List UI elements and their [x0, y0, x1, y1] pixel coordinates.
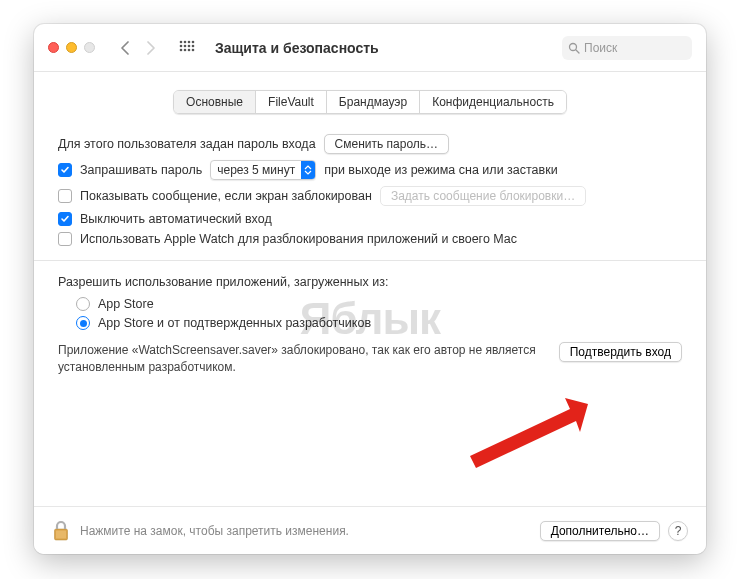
- radio-app-store-identified-label: App Store и от подтвержденных разработчи…: [98, 316, 371, 330]
- search-input[interactable]: Поиск: [562, 36, 692, 60]
- traffic-lights: [48, 42, 95, 53]
- help-button[interactable]: ?: [668, 521, 688, 541]
- lock-icon[interactable]: [52, 520, 70, 542]
- svg-point-5: [184, 44, 187, 47]
- change-password-button[interactable]: Сменить пароль…: [324, 134, 450, 154]
- open-anyway-button[interactable]: Подтвердить вход: [559, 342, 682, 362]
- svg-point-3: [192, 40, 195, 43]
- advanced-button[interactable]: Дополнительно…: [540, 521, 660, 541]
- apple-watch-checkbox[interactable]: [58, 232, 72, 246]
- maximize-window-button: [84, 42, 95, 53]
- forward-button: [139, 36, 163, 60]
- svg-point-11: [192, 48, 195, 51]
- tab-filevault[interactable]: FileVault: [256, 91, 327, 113]
- svg-point-1: [184, 40, 187, 43]
- svg-line-13: [576, 50, 579, 53]
- svg-point-12: [570, 43, 577, 50]
- disable-autologin-label: Выключить автоматический вход: [80, 212, 272, 226]
- require-password-label: Запрашивать пароль: [80, 163, 202, 177]
- divider: [34, 260, 706, 261]
- require-password-checkbox[interactable]: [58, 163, 72, 177]
- svg-point-8: [180, 48, 183, 51]
- search-placeholder: Поиск: [584, 41, 617, 55]
- svg-point-10: [188, 48, 191, 51]
- blocked-app-message: Приложение «WatchScreensaver.saver» забл…: [58, 342, 547, 376]
- chevron-up-down-icon: [301, 161, 315, 179]
- minimize-window-button[interactable]: [66, 42, 77, 53]
- svg-point-9: [184, 48, 187, 51]
- preferences-window: Защита и безопасность Поиск Основные Fil…: [34, 24, 706, 554]
- search-icon: [568, 42, 580, 54]
- apple-watch-label: Использовать Apple Watch для разблокиров…: [80, 232, 517, 246]
- radio-app-store-identified[interactable]: [76, 316, 90, 330]
- titlebar: Защита и безопасность Поиск: [34, 24, 706, 72]
- close-window-button[interactable]: [48, 42, 59, 53]
- footer: Нажмите на замок, чтобы запретить измене…: [34, 506, 706, 554]
- window-title: Защита и безопасность: [215, 40, 379, 56]
- require-password-delay-select[interactable]: через 5 минут: [210, 160, 316, 180]
- require-password-suffix: при выходе из режима сна или заставки: [324, 163, 558, 177]
- footer-lock-text: Нажмите на замок, чтобы запретить измене…: [80, 524, 349, 538]
- allow-from-section-label: Разрешить использование приложений, загр…: [58, 275, 682, 289]
- show-message-label: Показывать сообщение, если экран заблоки…: [80, 189, 372, 203]
- content-area: Для этого пользователя задан пароль вход…: [34, 114, 706, 386]
- tab-firewall[interactable]: Брандмауэр: [327, 91, 420, 113]
- svg-point-4: [180, 44, 183, 47]
- password-set-label: Для этого пользователя задан пароль вход…: [58, 137, 316, 151]
- disable-autologin-checkbox[interactable]: [58, 212, 72, 226]
- show-all-icon[interactable]: [177, 38, 197, 58]
- show-message-checkbox[interactable]: [58, 189, 72, 203]
- svg-point-0: [180, 40, 183, 43]
- set-lock-message-button: Задать сообщение блокировки…: [380, 186, 586, 206]
- back-button[interactable]: [113, 36, 137, 60]
- radio-app-store-label: App Store: [98, 297, 154, 311]
- svg-point-7: [192, 44, 195, 47]
- nav-arrows: [113, 36, 163, 60]
- tab-general[interactable]: Основные: [174, 91, 256, 113]
- tab-privacy[interactable]: Конфиденциальность: [420, 91, 566, 113]
- tabs-row: Основные FileVault Брандмауэр Конфиденци…: [34, 90, 706, 114]
- svg-point-6: [188, 44, 191, 47]
- radio-app-store[interactable]: [76, 297, 90, 311]
- svg-rect-15: [56, 530, 66, 538]
- svg-point-2: [188, 40, 191, 43]
